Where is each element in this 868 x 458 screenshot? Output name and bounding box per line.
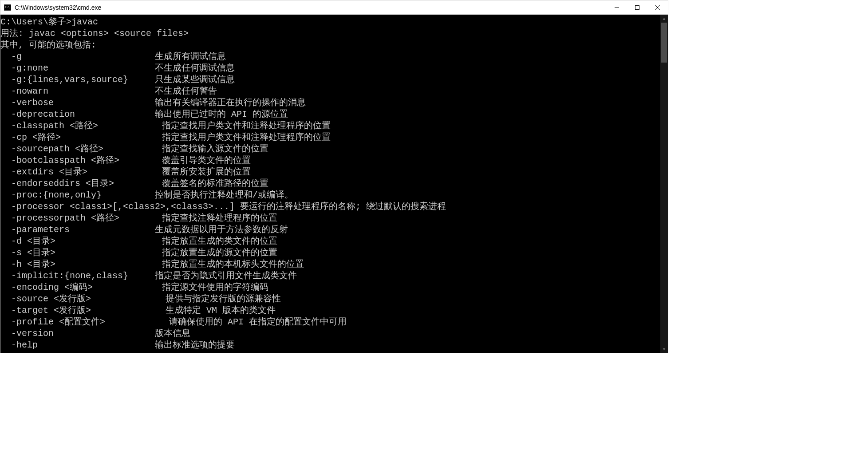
close-button[interactable] xyxy=(647,0,668,14)
terminal-line: -help 输出标准选项的提要 xyxy=(0,340,660,351)
terminal-line: C:\Users\黎子>javac xyxy=(0,16,660,28)
terminal-line: -g:none 不生成任何调试信息 xyxy=(0,63,660,74)
terminal-line: -extdirs <目录> 覆盖所安装扩展的位置 xyxy=(0,166,660,178)
maximize-button[interactable] xyxy=(627,0,647,14)
terminal-line: -processor <class1>[,<class2>,<class3>..… xyxy=(0,201,660,213)
terminal-line: 用法: javac <options> <source files> xyxy=(0,28,660,39)
terminal-line: -deprecation 输出使用已过时的 API 的源位置 xyxy=(0,109,660,120)
cmd-icon: C:\ xyxy=(4,4,11,11)
terminal-line: -target <发行版> 生成特定 VM 版本的类文件 xyxy=(0,305,660,316)
terminal-container: C:\Users\黎子>javac用法: javac <options> <so… xyxy=(0,15,668,353)
terminal-output[interactable]: C:\Users\黎子>javac用法: javac <options> <so… xyxy=(0,15,660,353)
terminal-line: -h <目录> 指定放置生成的本机标头文件的位置 xyxy=(0,259,660,270)
svg-text:C:\: C:\ xyxy=(5,5,10,8)
terminal-line: -verbose 输出有关编译器正在执行的操作的消息 xyxy=(0,97,660,109)
scrollbar-thumb[interactable] xyxy=(661,23,667,63)
terminal-line: -d <目录> 指定放置生成的类文件的位置 xyxy=(0,236,660,247)
terminal-line: -classpath <路径> 指定查找用户类文件和注释处理程序的位置 xyxy=(0,120,660,132)
terminal-line: -g:{lines,vars,source} 只生成某些调试信息 xyxy=(0,74,660,86)
terminal-line: -parameters 生成元数据以用于方法参数的反射 xyxy=(0,224,660,236)
terminal-line: -cp <路径> 指定查找用户类文件和注释处理程序的位置 xyxy=(0,132,660,143)
scrollbar[interactable]: ▲ ▼ xyxy=(660,15,668,353)
terminal-line: -profile <配置文件> 请确保使用的 API 在指定的配置文件中可用 xyxy=(0,316,660,328)
titlebar-controls xyxy=(607,0,668,14)
scroll-up-arrow[interactable]: ▲ xyxy=(660,15,668,22)
scroll-down-arrow[interactable]: ▼ xyxy=(660,345,668,353)
terminal-line: -g 生成所有调试信息 xyxy=(0,51,660,63)
terminal-line: -version 版本信息 xyxy=(0,328,660,340)
titlebar[interactable]: C:\ C:\Windows\system32\cmd.exe xyxy=(0,0,668,15)
terminal-line: -nowarn 不生成任何警告 xyxy=(0,86,660,97)
terminal-line: -proc:{none,only} 控制是否执行注释处理和/或编译。 xyxy=(0,190,660,201)
svg-rect-3 xyxy=(635,5,639,9)
terminal-line: -processorpath <路径> 指定查找注释处理程序的位置 xyxy=(0,213,660,224)
terminal-line: 其中, 可能的选项包括: xyxy=(0,39,660,51)
terminal-line: -source <发行版> 提供与指定发行版的源兼容性 xyxy=(0,293,660,305)
terminal-line: -sourcepath <路径> 指定查找输入源文件的位置 xyxy=(0,143,660,155)
window-title: C:\Windows\system32\cmd.exe xyxy=(15,4,607,11)
terminal-line: -s <目录> 指定放置生成的源文件的位置 xyxy=(0,247,660,259)
minimize-button[interactable] xyxy=(607,0,627,14)
terminal-line: -encoding <编码> 指定源文件使用的字符编码 xyxy=(0,282,660,293)
terminal-line: -endorseddirs <目录> 覆盖签名的标准路径的位置 xyxy=(0,178,660,190)
cmd-window: C:\ C:\Windows\system32\cmd.exe C:\Users… xyxy=(0,0,668,353)
terminal-line: -implicit:{none,class} 指定是否为隐式引用文件生成类文件 xyxy=(0,270,660,282)
terminal-line: -bootclasspath <路径> 覆盖引导类文件的位置 xyxy=(0,155,660,166)
